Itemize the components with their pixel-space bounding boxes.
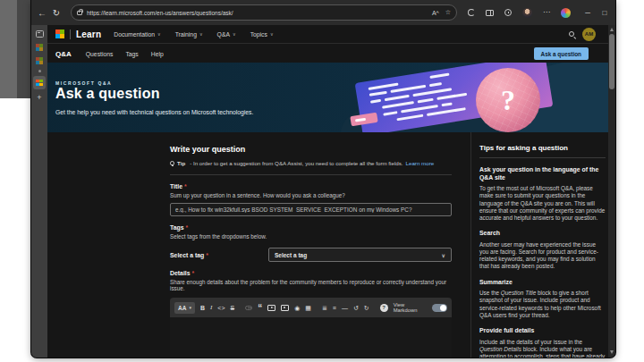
tag-select-dropdown[interactable]: Select a tag ∨ <box>268 248 452 262</box>
restore-button[interactable]: □ <box>600 9 609 17</box>
italic-icon[interactable]: I <box>210 305 212 311</box>
label-text: Details <box>170 270 191 276</box>
view-markdown-control: View Markdown <box>394 302 447 313</box>
image-icon[interactable] <box>281 305 289 311</box>
chevron-down-icon: ∨ <box>199 31 203 37</box>
search-icon[interactable] <box>569 31 574 37</box>
read-aloud-icon[interactable]: Aᴬ <box>432 10 439 16</box>
microsoft-logo-icon[interactable] <box>55 29 64 38</box>
tips-section-title: Ask your question in the language of the… <box>479 166 606 181</box>
page-scrollbar[interactable] <box>608 25 615 358</box>
nav-topics[interactable]: Topics∨ <box>250 31 274 38</box>
learn-top-nav: Documentation∨ Training∨ Q&A∨ Topics∨ <box>114 31 273 38</box>
redo-icon[interactable]: ↻ <box>364 305 369 311</box>
code-icon[interactable]: <> <box>217 305 225 311</box>
tab-microsoft-2[interactable] <box>31 57 47 64</box>
active-tab-microsoft[interactable] <box>33 76 46 89</box>
tips-section-body: Include all the details of your issue in… <box>479 339 606 358</box>
tips-heading: Tips for asking a question <box>479 144 606 152</box>
scrollbar-thumb[interactable] <box>609 34 614 89</box>
header-right: AM <box>569 28 596 41</box>
question-mark-sphere: ? <box>476 68 540 132</box>
ordered-list-icon[interactable]: ≣ <box>322 305 327 311</box>
select-tag-label: Select a tag* <box>170 252 268 258</box>
help-glyph: ? <box>380 304 388 312</box>
question-form: Write your question Tip - In order to ge… <box>170 132 452 358</box>
lightbulb-icon <box>170 161 174 165</box>
scroll-down-arrow[interactable] <box>610 350 614 354</box>
body-text: Include all the details of your issue in… <box>479 339 582 345</box>
required-asterisk: * <box>184 183 187 189</box>
required-asterisk: * <box>192 270 195 276</box>
user-avatar[interactable]: AM <box>582 28 596 41</box>
nav-training[interactable]: Training∨ <box>175 31 203 38</box>
required-asterisk: * <box>206 252 208 258</box>
chevron-down-icon: ∨ <box>157 31 161 37</box>
details-field-helper: Share enough details about the problem f… <box>170 279 452 291</box>
tab-search-icon[interactable] <box>31 30 47 38</box>
nav-label: Training <box>175 31 197 38</box>
microsoft-logo-icon <box>36 80 43 87</box>
tab-microsoft-1[interactable] <box>31 44 47 51</box>
tab-dim-indicator <box>31 70 47 72</box>
unordered-list-icon[interactable]: ≡ <box>333 305 336 311</box>
learn-qa-page: Learn Documentation∨ Training∨ Q&A∨ Topi… <box>47 25 608 358</box>
nav-label: Documentation <box>114 31 155 38</box>
bold-icon[interactable]: B <box>200 305 205 311</box>
horizontal-rule-icon[interactable]: — <box>342 305 348 311</box>
table-icon[interactable]: ▦ <box>305 305 311 311</box>
required-asterisk: * <box>186 224 189 231</box>
screenshot-canvas: ← ↻ https://learn.microsoft.com/en-us/an… <box>0 0 644 362</box>
profile-avatar-icon[interactable] <box>522 8 532 18</box>
quote-icon[interactable]: “ <box>258 305 262 311</box>
refresh-icon[interactable]: ↻ <box>49 8 64 18</box>
nav-qna[interactable]: Q&A∨ <box>217 31 236 38</box>
title-input[interactable] <box>170 203 452 216</box>
label-text: Tags <box>170 224 184 231</box>
new-tab-button[interactable]: + <box>31 94 47 102</box>
history-icon[interactable] <box>504 9 512 16</box>
strikethrough-icon[interactable]: S <box>231 305 235 311</box>
nav-label: Q&A <box>217 31 230 38</box>
chevron-down-icon: ∨ <box>442 252 445 258</box>
minimize-button[interactable]: ─ <box>583 9 592 17</box>
form-heading: Write your question <box>170 145 452 154</box>
view-markdown-toggle[interactable] <box>432 304 447 312</box>
qa-link-tags[interactable]: Tags <box>125 51 138 57</box>
copilot-orb-icon[interactable] <box>561 8 571 18</box>
tags-field-helper: Select tags from the dropdowns below. <box>170 233 452 240</box>
plus-icon: + <box>37 94 41 102</box>
learn-brand[interactable]: Learn <box>76 29 101 39</box>
link-glyph <box>245 306 252 310</box>
link-icon[interactable] <box>245 306 252 310</box>
hero-illustration: ? <box>349 63 608 132</box>
browser-essentials-icon[interactable] <box>468 9 475 16</box>
undo-icon[interactable]: ↺ <box>353 305 359 311</box>
nav-documentation[interactable]: Documentation∨ <box>114 31 160 38</box>
url-text[interactable]: https://learn.microsoft.com/en-us/answer… <box>87 10 426 16</box>
qa-brand[interactable]: Q&A <box>55 50 72 58</box>
qa-link-help[interactable]: Help <box>151 51 164 57</box>
split-screen-icon[interactable] <box>486 10 494 16</box>
address-bar[interactable]: https://learn.microsoft.com/en-us/answer… <box>71 4 457 21</box>
qa-link-questions[interactable]: Questions <box>86 51 114 57</box>
title-field-helper: Sum up your question in a sentence. How … <box>170 192 452 198</box>
main-content: Write your question Tip - In order to ge… <box>47 132 608 358</box>
view-markdown-label: View Markdown <box>394 302 429 313</box>
learn-site-header: Learn Documentation∨ Training∨ Q&A∨ Topi… <box>47 25 608 44</box>
tag-select-value: Select a tag <box>275 252 307 258</box>
favorite-star-icon[interactable]: ☆ <box>445 9 451 16</box>
ask-a-question-button[interactable]: Ask a question <box>534 47 589 60</box>
settings-more-icon[interactable]: ⋯ <box>543 9 550 16</box>
help-icon[interactable]: ? <box>380 304 388 312</box>
learn-more-link[interactable]: Learn more <box>406 160 435 166</box>
background-window-outer-strip <box>0 0 17 98</box>
back-icon[interactable]: ← <box>35 8 49 18</box>
video-icon[interactable] <box>267 305 275 311</box>
toggle-knob <box>440 305 446 311</box>
preview-eye-icon[interactable]: ◉ <box>294 305 300 311</box>
details-textarea[interactable] <box>170 317 452 358</box>
details-editor: AA▾ B I <> S “ ◉ ▦ ≣ ≡ <box>170 298 452 358</box>
scroll-up-arrow[interactable] <box>610 28 614 31</box>
text-style-icon[interactable]: AA▾ <box>174 302 195 314</box>
